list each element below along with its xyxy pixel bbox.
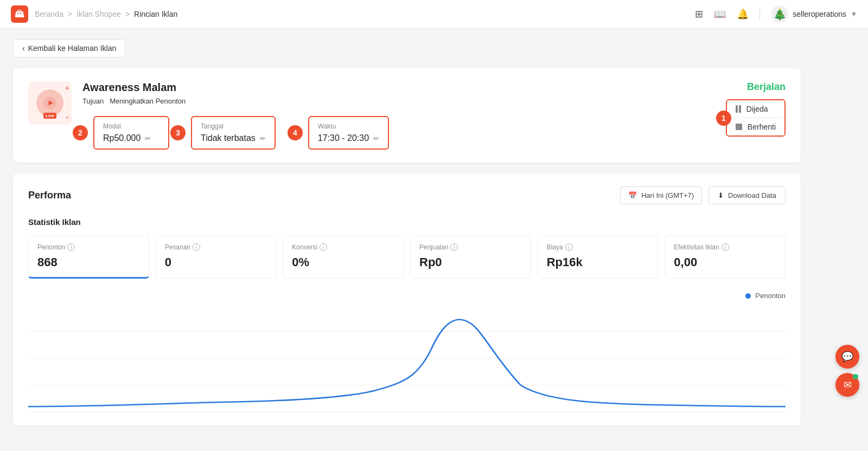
pause-action[interactable]: Dijeda (727, 100, 784, 118)
info-icon[interactable]: i (193, 243, 200, 251)
stat-label: Pesanan i (165, 243, 267, 251)
stop-label: Berhenti (748, 123, 776, 131)
stat-value: Rp0 (419, 255, 522, 269)
notification-dot (853, 374, 858, 379)
meta-tanggal: Tanggal Tidak terbatas ✏ (191, 116, 276, 150)
stat-card-efektivitas-iklan[interactable]: Efektivitas Iklan i 0,00 (665, 235, 786, 279)
nav-divider (760, 8, 760, 21)
pause-label: Dijeda (746, 105, 768, 113)
date-filter-label: Hari Ini (GMT+7) (641, 191, 694, 199)
stat-label: Biaya i (547, 243, 649, 251)
info-icon[interactable]: i (450, 243, 458, 251)
stat-card-biaya[interactable]: Biaya i Rp16k (538, 235, 659, 279)
info-icon[interactable]: i (722, 243, 729, 251)
live-badge: Live (43, 113, 56, 119)
campaign-goal: Tujuan Meningkatkan Penonton (82, 97, 786, 105)
shopee-logo (11, 5, 28, 23)
download-label: Download Data (728, 191, 776, 199)
breadcrumb-home[interactable]: Beranda (35, 10, 63, 18)
campaign-info: Awareness Malam Tujuan Meningkatkan Peno… (82, 81, 786, 150)
status-actions: Dijeda Berhenti (726, 99, 786, 137)
modal-label: Modal (103, 123, 159, 130)
statistik-title: Statistik Iklan (28, 217, 786, 227)
breadcrumb-sep2: > (125, 10, 130, 18)
breadcrumb-current: Rincian Iklan (134, 10, 177, 18)
info-icon[interactable]: i (565, 243, 573, 251)
breadcrumb-sep1: > (68, 10, 72, 18)
breadcrumb: Beranda > Iklan Shopee > Rincian Iklan (35, 10, 177, 18)
info-icon[interactable]: i (67, 243, 75, 251)
back-button-label: Kembali ke Halaman Iklan (28, 44, 117, 53)
book-icon[interactable]: 📖 (714, 8, 726, 20)
stat-value: 0% (292, 255, 394, 269)
campaign-icon-inner: Live (36, 89, 63, 117)
tanggal-value: Tidak terbatas ✏ (201, 133, 266, 143)
stats-grid: Penonton i 868 Pesanan i 0 Konversi i 0%… (28, 235, 786, 279)
stop-icon (736, 124, 742, 130)
performa-title: Performa (28, 190, 71, 201)
stat-label: Konversi i (292, 243, 394, 251)
stat-value: 868 (37, 255, 140, 269)
waktu-edit-icon[interactable]: ✏ (373, 134, 379, 143)
page-content: ‹ Kembali ke Halaman Iklan Live + ✦ Awar… (0, 28, 814, 436)
user-area[interactable]: 🎄 selleroperations ▼ (771, 5, 857, 23)
user-name: selleroperations (793, 10, 846, 18)
pause-icon (736, 105, 741, 113)
meta-modal: Modal Rp50.000 ✏ (93, 116, 169, 150)
stat-value: 0 (165, 255, 267, 269)
badge-4: 4 (288, 125, 303, 140)
download-icon: ⬇ (718, 191, 724, 199)
chart-line (28, 319, 786, 407)
stat-label-text: Konversi (292, 243, 317, 251)
goal-label: Tujuan (82, 97, 104, 105)
calendar-icon: 📅 (628, 191, 637, 199)
waktu-value: 17:30 - 20:30 ✏ (318, 133, 379, 143)
float-mail-button[interactable]: ✉ (835, 373, 859, 397)
stat-card-konversi[interactable]: Konversi i 0% (283, 235, 404, 279)
stat-card-penjualan[interactable]: Penjualan i Rp0 (410, 235, 531, 279)
campaign-icon: Live + ✦ (28, 81, 72, 125)
badge-2: 2 (73, 125, 88, 140)
breadcrumb-ads[interactable]: Iklan Shopee (76, 10, 121, 18)
stat-label: Efektivitas Iklan i (674, 243, 776, 251)
topnav-right: ⊞ 📖 🔔 🎄 selleroperations ▼ (695, 5, 857, 23)
stat-value: Rp16k (547, 255, 649, 269)
stat-label-text: Pesanan (165, 243, 190, 251)
float-buttons: 💬 ✉ (835, 345, 859, 397)
stat-value: 0,00 (674, 255, 776, 269)
float-chat-button[interactable]: 💬 (835, 345, 859, 369)
date-picker[interactable]: 📅 Hari Ini (GMT+7) (620, 186, 702, 204)
stat-label-text: Biaya (547, 243, 563, 251)
plus-icon: + (65, 83, 69, 92)
legend-label: Penonton (755, 292, 786, 300)
back-button[interactable]: ‹ Kembali ke Halaman Iklan (13, 39, 125, 57)
stat-label: Penonton i (37, 243, 140, 251)
performa-section: Performa 📅 Hari Ini (GMT+7) ⬇ Download D… (13, 173, 801, 426)
campaign-card: Live + ✦ Awareness Malam Tujuan Meningka… (13, 68, 801, 163)
stop-action[interactable]: Berhenti (727, 118, 784, 136)
grid-icon[interactable]: ⊞ (695, 8, 703, 20)
waktu-label: Waktu (318, 123, 379, 130)
info-icon[interactable]: i (320, 243, 327, 251)
stat-card-pesanan[interactable]: Pesanan i 0 (156, 235, 277, 279)
campaign-status-area: Berjalan 1 Dijeda Berhenti (726, 81, 786, 137)
back-arrow-icon: ‹ (22, 44, 25, 53)
badge-1: 1 (716, 111, 731, 126)
chart-legend: Penonton (28, 292, 786, 300)
chart-container (28, 304, 786, 413)
user-avatar: 🎄 (771, 5, 788, 23)
badge-3: 3 (170, 125, 186, 140)
star-icon: ✦ (65, 114, 69, 120)
bell-icon[interactable]: 🔔 (737, 8, 749, 20)
download-button[interactable]: ⬇ Download Data (709, 186, 786, 204)
stat-card-penonton[interactable]: Penonton i 868 (28, 235, 149, 279)
modal-edit-icon[interactable]: ✏ (145, 134, 151, 143)
meta-waktu: Waktu 17:30 - 20:30 ✏ (308, 116, 389, 150)
goal-value: Meningkatkan Penonton (110, 97, 186, 105)
status-running: Berjalan (726, 81, 786, 93)
tanggal-label: Tanggal (201, 123, 266, 130)
tanggal-edit-icon[interactable]: ✏ (260, 134, 266, 143)
campaign-name: Awareness Malam (82, 81, 786, 94)
stat-label-text: Efektivitas Iklan (674, 243, 719, 251)
topnav: Beranda > Iklan Shopee > Rincian Iklan ⊞… (0, 0, 868, 28)
